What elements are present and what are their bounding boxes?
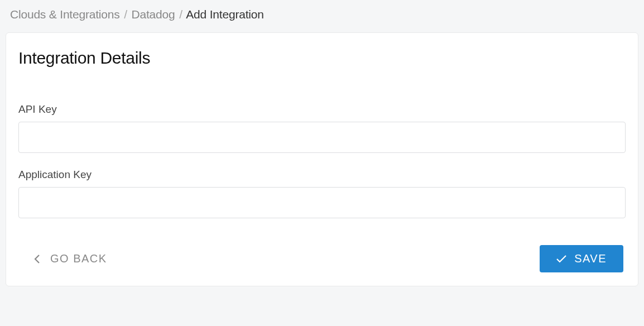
api-key-label: API Key <box>18 103 626 116</box>
api-key-group: API Key <box>18 103 626 153</box>
breadcrumb-item-datadog[interactable]: Datadog <box>132 8 175 21</box>
application-key-group: Application Key <box>18 169 626 218</box>
breadcrumb-current: Add Integration <box>186 8 263 21</box>
application-key-label: Application Key <box>18 169 626 181</box>
save-button[interactable]: SAVE <box>540 245 623 272</box>
breadcrumb: Clouds & Integrations / Datadog / Add In… <box>0 0 644 27</box>
save-label: SAVE <box>574 252 607 265</box>
api-key-input[interactable] <box>18 122 626 153</box>
integration-details-card: Integration Details API Key Application … <box>6 32 638 286</box>
go-back-button[interactable]: GO BACK <box>34 249 107 269</box>
breadcrumb-item-clouds[interactable]: Clouds & Integrations <box>10 8 120 21</box>
go-back-label: GO BACK <box>50 252 107 265</box>
application-key-input[interactable] <box>18 187 626 218</box>
check-icon <box>556 255 566 263</box>
actions-row: GO BACK SAVE <box>18 245 626 272</box>
breadcrumb-separator: / <box>179 8 182 21</box>
page-title: Integration Details <box>18 49 626 68</box>
breadcrumb-separator: / <box>124 8 127 21</box>
chevron-left-icon <box>34 254 40 264</box>
